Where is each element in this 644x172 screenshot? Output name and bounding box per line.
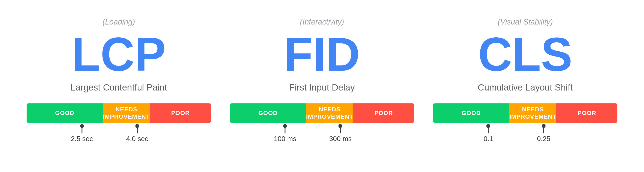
fid-needs-label: NEEDSIMPROVEMENT <box>306 106 353 120</box>
lcp-markers: 2.5 sec 4.0 sec <box>26 124 211 142</box>
cls-bar-container: GOOD NEEDSIMPROVEMENT POOR 0.1 <box>433 103 618 142</box>
cls-marker1: 0.1 <box>484 124 493 143</box>
fid-good-segment: GOOD <box>230 103 306 123</box>
fid-markers: 100 ms 300 ms <box>230 124 414 142</box>
cls-marker2-line <box>543 128 544 133</box>
cls-needs-segment: NEEDSIMPROVEMENT <box>509 103 556 123</box>
lcp-marker1-value: 2.5 sec <box>71 135 93 143</box>
lcp-poor-label: POOR <box>171 109 190 117</box>
lcp-poor-segment: POOR <box>150 103 211 123</box>
fid-marker2-dot <box>338 124 342 128</box>
fid-marker1-value: 100 ms <box>274 135 296 143</box>
lcp-good-segment: GOOD <box>26 103 103 123</box>
fid-needs-segment: NEEDSIMPROVEMENT <box>306 103 353 123</box>
cls-marker1-dot <box>486 124 490 128</box>
lcp-marker2: 4.0 sec <box>126 124 148 143</box>
lcp-needs-label: NEEDSIMPROVEMENT <box>103 106 150 120</box>
lcp-abbr: LCP <box>72 31 166 78</box>
metric-cls: (Visual Stability) CLS Cumulative Layout… <box>433 17 618 155</box>
cls-marker1-line <box>488 128 489 133</box>
cls-marker2-dot <box>542 124 546 128</box>
cls-markers: 0.1 0.25 <box>433 124 618 142</box>
cls-good-segment: GOOD <box>433 103 509 123</box>
fid-abbr: FID <box>284 31 360 78</box>
fid-marker2-line <box>340 128 341 133</box>
fid-poor-segment: POOR <box>353 103 414 123</box>
fid-marker2: 300 ms <box>329 124 352 143</box>
lcp-marker1-dot <box>80 124 84 128</box>
lcp-marker2-line <box>137 128 138 133</box>
lcp-marker2-dot <box>135 124 139 128</box>
lcp-name: Largest Contentful Paint <box>70 82 167 93</box>
cls-bar: GOOD NEEDSIMPROVEMENT POOR <box>433 103 618 123</box>
fid-name: First Input Delay <box>289 82 355 93</box>
lcp-marker2-value: 4.0 sec <box>126 135 148 143</box>
metric-fid: (Interactivity) FID First Input Delay GO… <box>230 17 414 155</box>
lcp-good-label: GOOD <box>55 109 74 117</box>
cls-marker2-value: 0.25 <box>537 135 550 143</box>
main-container: (Loading) LCP Largest Contentful Paint G… <box>0 17 644 155</box>
lcp-marker1: 2.5 sec <box>71 124 93 143</box>
fid-poor-label: POOR <box>374 109 393 117</box>
cls-name: Cumulative Layout Shift <box>478 82 573 93</box>
lcp-marker1-line <box>82 128 82 133</box>
fid-marker1: 100 ms <box>274 124 296 143</box>
lcp-bar-container: GOOD NEEDSIMPROVEMENT POOR 2.5 sec <box>26 103 211 142</box>
cls-marker1-value: 0.1 <box>484 135 493 143</box>
cls-marker2: 0.25 <box>537 124 550 143</box>
lcp-bar: GOOD NEEDSIMPROVEMENT POOR <box>26 103 211 123</box>
lcp-needs-segment: NEEDSIMPROVEMENT <box>103 103 150 123</box>
cls-needs-label: NEEDSIMPROVEMENT <box>509 106 556 120</box>
cls-poor-segment: POOR <box>556 103 618 123</box>
fid-marker1-line <box>285 128 286 133</box>
fid-good-label: GOOD <box>258 109 278 117</box>
cls-poor-label: POOR <box>578 109 596 117</box>
cls-good-label: GOOD <box>462 109 481 117</box>
fid-marker1-dot <box>283 124 287 128</box>
fid-bar: GOOD NEEDSIMPROVEMENT POOR <box>230 103 414 123</box>
cls-category: (Visual Stability) <box>498 17 553 26</box>
fid-bar-container: GOOD NEEDSIMPROVEMENT POOR 100 ms <box>230 103 414 142</box>
metric-lcp: (Loading) LCP Largest Contentful Paint G… <box>26 17 211 155</box>
cls-abbr: CLS <box>478 31 572 78</box>
fid-category: (Interactivity) <box>300 17 344 26</box>
fid-marker2-value: 300 ms <box>329 135 352 143</box>
lcp-category: (Loading) <box>102 17 135 26</box>
